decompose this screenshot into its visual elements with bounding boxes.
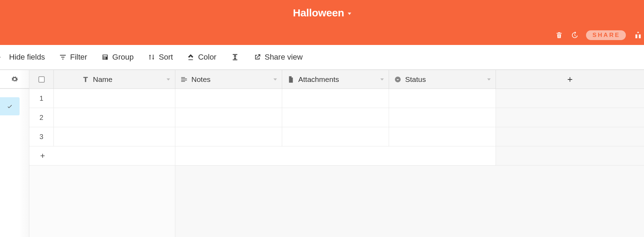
table-title-dropdown[interactable]: Halloween — [293, 7, 351, 19]
cell-notes[interactable] — [175, 89, 282, 108]
caret-down-icon — [273, 78, 277, 81]
sort-label: Sort — [159, 53, 173, 62]
cell-empty — [496, 127, 644, 146]
plus-icon — [39, 152, 46, 159]
header-actions: SHARE — [555, 30, 644, 40]
check-icon — [7, 103, 13, 109]
row-height-button[interactable] — [230, 53, 240, 62]
color-label: Color — [198, 53, 217, 62]
hide-fields-label: Hide fields — [9, 53, 45, 62]
checkbox-icon — [38, 76, 45, 83]
caret-down-icon — [167, 78, 170, 81]
caret-down-icon — [487, 78, 491, 81]
add-column-button[interactable] — [496, 70, 644, 89]
grid-header-row: Name Notes Attachments Status — [29, 70, 644, 89]
column-header-status[interactable]: Status — [389, 70, 496, 89]
app-header: Halloween SHARE — [0, 0, 644, 45]
column-label: Attachments — [298, 75, 377, 84]
row-number[interactable]: 1 — [29, 89, 54, 108]
gear-icon — [11, 76, 18, 83]
table-row: 1 — [29, 89, 644, 108]
view-tab-active[interactable] — [0, 97, 20, 115]
filter-label: Filter — [70, 53, 87, 62]
cell-attachments[interactable] — [282, 108, 389, 127]
column-header-notes[interactable]: Notes — [175, 70, 282, 89]
plus-icon — [566, 76, 574, 83]
column-header-name[interactable]: Name — [54, 70, 175, 89]
add-row — [29, 146, 644, 166]
caret-down-icon — [347, 13, 351, 15]
cell-empty — [496, 108, 644, 127]
select-all-checkbox[interactable] — [29, 70, 54, 89]
longtext-field-icon — [180, 76, 188, 83]
view-settings-button[interactable] — [0, 70, 29, 89]
cell-empty — [496, 89, 644, 108]
cell-notes[interactable] — [175, 127, 282, 146]
share-view-label: Share view — [265, 53, 303, 62]
sidebar-shadow — [19, 70, 29, 237]
grid-primary-column-gutter — [29, 166, 175, 237]
grid-background — [29, 166, 644, 237]
view-toolbar: Hide fields Filter Group Sort Color Shar… — [0, 45, 644, 70]
share-button[interactable]: SHARE — [586, 30, 626, 40]
history-icon[interactable] — [571, 31, 578, 39]
body-area: Name Notes Attachments Status — [0, 70, 644, 237]
caret-down-icon — [380, 78, 384, 81]
trash-icon[interactable] — [555, 31, 563, 39]
add-row-after — [496, 146, 644, 165]
sort-button[interactable]: Sort — [148, 53, 173, 62]
cell-name[interactable] — [54, 89, 175, 108]
cell-status[interactable] — [389, 127, 496, 146]
column-label: Status — [405, 75, 484, 84]
table-title: Halloween — [293, 7, 344, 19]
add-row-button[interactable] — [29, 146, 175, 165]
filter-button[interactable]: Filter — [59, 53, 87, 62]
column-header-attachments[interactable]: Attachments — [282, 70, 389, 89]
text-field-icon — [82, 76, 89, 83]
cell-status[interactable] — [389, 108, 496, 127]
hide-fields-button[interactable]: Hide fields — [0, 53, 45, 62]
cell-status[interactable] — [389, 89, 496, 108]
row-number[interactable]: 3 — [29, 127, 54, 146]
attachment-field-icon — [287, 76, 295, 83]
column-label: Notes — [191, 75, 270, 84]
add-row-rest — [175, 146, 496, 165]
cell-name[interactable] — [54, 108, 175, 127]
column-label: Name — [93, 75, 163, 84]
table-row: 2 — [29, 108, 644, 127]
table-row: 3 — [29, 127, 644, 146]
view-sidebar — [0, 70, 29, 237]
grid: Name Notes Attachments Status — [29, 70, 644, 237]
color-button[interactable]: Color — [187, 53, 217, 62]
cell-name[interactable] — [54, 127, 175, 146]
select-field-icon — [394, 76, 402, 83]
cell-attachments[interactable] — [282, 89, 389, 108]
group-button[interactable]: Group — [101, 53, 134, 62]
cell-notes[interactable] — [175, 108, 282, 127]
apps-icon[interactable] — [634, 31, 643, 40]
row-number[interactable]: 2 — [29, 108, 54, 127]
cell-attachments[interactable] — [282, 127, 389, 146]
share-view-button[interactable]: Share view — [254, 53, 303, 62]
group-label: Group — [112, 53, 134, 62]
